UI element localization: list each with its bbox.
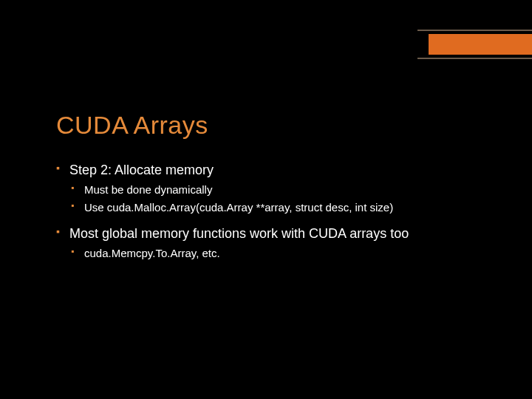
bullet-level2: cuda.Memcpy.To.Array, etc. bbox=[71, 245, 502, 262]
accent-bar bbox=[429, 34, 532, 55]
bullet-level2: Must be done dynamically bbox=[71, 182, 502, 198]
slide-title: CUDA Arrays bbox=[56, 111, 208, 140]
bullet-level2: Use cuda.Malloc.Array(cuda.Array **array… bbox=[71, 200, 502, 216]
bullet-text: Use cuda.Malloc.Array(cuda.Array **array… bbox=[84, 201, 393, 214]
bullet-text: Step 2: Allocate memory bbox=[69, 163, 214, 177]
bullet-level1: Step 2: Allocate memory bbox=[56, 161, 502, 179]
bullet-text: Must be done dynamically bbox=[84, 183, 212, 196]
accent-line-bottom bbox=[417, 58, 532, 59]
slide-content: Step 2: Allocate memory Must be done dyn… bbox=[56, 158, 502, 263]
bullet-level1: Most global memory functions work with C… bbox=[56, 225, 502, 242]
bullet-text: cuda.Memcpy.To.Array, etc. bbox=[84, 247, 220, 259]
accent-line-top bbox=[417, 30, 532, 31]
bullet-text: Most global memory functions work with C… bbox=[69, 226, 409, 241]
slide: CUDA Arrays Step 2: Allocate memory Must… bbox=[0, 0, 532, 399]
